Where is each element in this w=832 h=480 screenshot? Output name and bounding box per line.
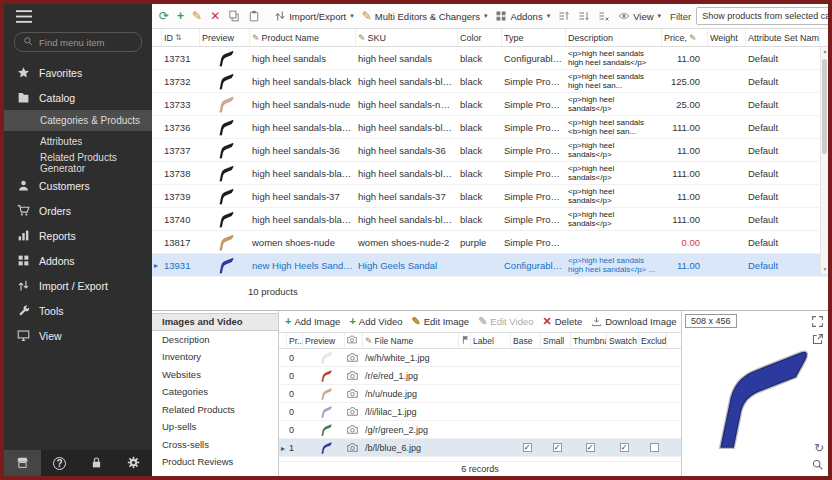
fullscreen-icon[interactable] — [811, 315, 824, 328]
sidebar-item-attributes[interactable]: Attributes — [4, 131, 152, 152]
sidebar-item-reports[interactable]: Reports — [4, 223, 152, 248]
tab-websites[interactable]: Websites — [152, 366, 278, 384]
scrollbar-thumb[interactable] — [822, 59, 827, 154]
checkbox-exclude[interactable] — [639, 443, 667, 452]
sidebar-item-orders[interactable]: Orders — [4, 198, 152, 223]
checkbox-small[interactable] — [541, 443, 571, 452]
image-row[interactable]: ▸1/b/l/blue_6.jpg — [279, 439, 681, 457]
zoom-icon[interactable] — [811, 458, 824, 471]
sidebar-item-tools[interactable]: Tools — [4, 298, 152, 323]
col-img-preview[interactable]: Preview — [303, 333, 345, 348]
product-row[interactable]: 13737high heel sandals-36high heel sanda… — [152, 139, 828, 162]
tab-up-sells[interactable]: Up-sells — [152, 418, 278, 436]
col-preview[interactable]: Preview — [200, 29, 250, 46]
delete-product-button[interactable]: ✕ — [207, 8, 223, 24]
col-color[interactable]: Color — [458, 29, 502, 46]
category-filter-select[interactable]: Show products from selected categories▾ — [696, 7, 828, 25]
col-price[interactable]: Price,✎ — [662, 29, 708, 46]
col-id[interactable]: ID⇅ — [162, 29, 200, 46]
tab-images-and-video[interactable]: Images and Video — [152, 313, 278, 331]
sidebar-item-related-products-generator[interactable]: Related Products Generator — [4, 152, 152, 173]
edit-video-button[interactable]: ✎Edit Video — [478, 316, 533, 327]
cell-product-name: high heel sandals-36 — [250, 145, 356, 156]
product-row[interactable]: 13731high heel sandalshigh heel sandalsb… — [152, 47, 828, 70]
col-description[interactable]: Description — [566, 29, 662, 46]
copy-button[interactable] — [225, 8, 243, 24]
refresh-button[interactable]: ⟳ — [156, 8, 172, 24]
product-row[interactable]: 13738high heel sandals-black-37high heel… — [152, 162, 828, 185]
col-small[interactable]: Small — [541, 333, 571, 348]
product-row[interactable]: 13732high heel sandals-blackhigh heel sa… — [152, 70, 828, 93]
col-label[interactable]: Label — [471, 333, 511, 348]
col-position[interactable]: Pr... — [287, 333, 303, 348]
col-type[interactable]: Type — [502, 29, 566, 46]
col-product-name[interactable]: ✎Product Name — [250, 29, 356, 46]
edit-product-button[interactable]: ✎ — [189, 8, 205, 24]
sort-asc-button[interactable] — [555, 8, 573, 24]
product-row[interactable]: 13740high heel sandals-black-38high heel… — [152, 208, 828, 231]
delete-button[interactable]: ✕Delete — [543, 316, 583, 327]
add-video-button[interactable]: +Add Video — [349, 316, 402, 327]
paste-button[interactable] — [245, 8, 263, 24]
sidebar-search-input[interactable]: Find menu item — [14, 32, 142, 52]
multi-editors-dropdown[interactable]: ✎Multi Editors & Changers▾ — [359, 8, 491, 24]
tab-product-reviews[interactable]: Product Reviews — [152, 453, 278, 471]
tab-description[interactable]: Description — [152, 331, 278, 349]
tab-categories[interactable]: Categories — [152, 383, 278, 401]
checkbox[interactable] — [650, 443, 659, 452]
edit-image-button[interactable]: ✎Edit Image — [412, 316, 470, 327]
tab-cross-sells[interactable]: Cross-sells — [152, 436, 278, 454]
product-row[interactable]: 13817women shoes-nudewomen shoes-nude-2p… — [152, 231, 828, 254]
product-row[interactable]: ▸13931new High Heels SandalsHigh Geels S… — [152, 254, 828, 277]
sort-desc-button[interactable] — [575, 8, 593, 24]
sidebar-item-import-export[interactable]: Import / Export — [4, 273, 152, 298]
add-product-button[interactable]: + — [174, 8, 187, 24]
addons-dropdown[interactable]: Addons▾ — [492, 8, 553, 24]
rotate-icon[interactable]: ↻ — [814, 442, 824, 454]
scroll-up-icon[interactable]: ▲ — [821, 47, 828, 56]
footer-help-button[interactable]: ? — [41, 450, 78, 476]
tab-related-products[interactable]: Related Products — [152, 401, 278, 419]
footer-lock-button[interactable] — [78, 450, 115, 476]
import-export-dropdown[interactable]: Import/Export▾ — [271, 8, 357, 24]
tab-inventory[interactable]: Inventory — [152, 348, 278, 366]
download-image-button[interactable]: Download Image — [591, 316, 676, 327]
checkbox[interactable] — [620, 443, 629, 452]
checkbox-base[interactable] — [511, 443, 541, 452]
sidebar-item-favorites[interactable]: Favorites — [4, 60, 152, 85]
image-row[interactable]: 0/n/u/nude.jpg — [279, 385, 681, 403]
col-base[interactable]: Base — [511, 333, 541, 348]
grid-scrollbar[interactable]: ▲ ▼ — [820, 47, 828, 274]
image-row[interactable]: 0/l/i/lilac_1.jpg — [279, 403, 681, 421]
checkbox[interactable] — [553, 443, 562, 452]
scroll-down-icon[interactable]: ▼ — [821, 265, 828, 274]
product-row[interactable]: 13739high heel sandals-37high heel sanda… — [152, 185, 828, 208]
col-sku[interactable]: ✎SKU — [356, 29, 458, 46]
product-row[interactable]: 13733high heel sandals-nudehigh heel san… — [152, 93, 828, 116]
sidebar-item-view[interactable]: View — [4, 323, 152, 348]
checkbox[interactable] — [523, 443, 532, 452]
view-dropdown[interactable]: View▾ — [615, 8, 664, 24]
col-weight[interactable]: Weight — [708, 29, 746, 46]
checkbox[interactable] — [586, 443, 595, 452]
image-row[interactable]: 0/r/e/red_1.jpg — [279, 367, 681, 385]
col-thumbnail[interactable]: Thumbna — [571, 333, 607, 348]
sidebar-item-categories-products[interactable]: Categories & Products — [4, 110, 152, 131]
sidebar-item-addons[interactable]: Addons — [4, 248, 152, 273]
product-row[interactable]: 13736high heel sandals-black-36high heel… — [152, 116, 828, 139]
clear-sort-button[interactable] — [595, 8, 613, 24]
col-file-name[interactable]: ✎File Name — [363, 333, 459, 348]
checkbox-swatch[interactable] — [607, 443, 639, 452]
col-attribute-set[interactable]: Attribute Set Name — [746, 29, 820, 46]
col-exclude[interactable]: Exclude — [639, 333, 667, 348]
footer-store-button[interactable] — [4, 450, 41, 476]
footer-gear-button[interactable] — [115, 450, 152, 476]
sidebar-item-customers[interactable]: Customers — [4, 173, 152, 198]
menu-toggle-button[interactable] — [4, 4, 152, 30]
image-row[interactable]: 0/w/h/white_1.jpg — [279, 349, 681, 367]
checkbox-thumbnail[interactable] — [571, 443, 607, 452]
sidebar-item-catalog[interactable]: Catalog — [4, 85, 152, 110]
col-swatch[interactable]: Swatch — [607, 333, 639, 348]
add-image-button[interactable]: +Add Image — [285, 316, 340, 327]
image-row[interactable]: 0/g/r/green_2.jpg — [279, 421, 681, 439]
